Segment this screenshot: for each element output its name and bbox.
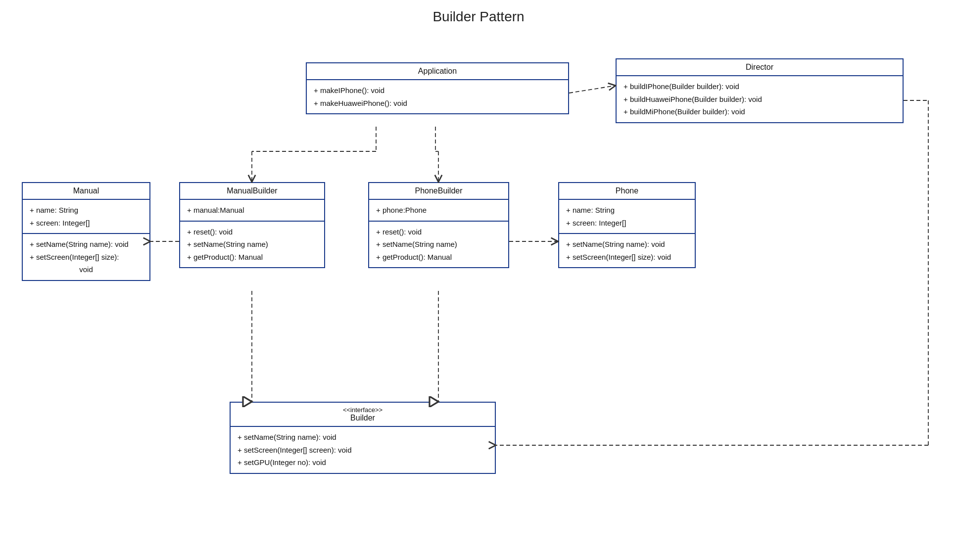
application-title: Application (307, 63, 568, 80)
phone-builder-fields: + phone:Phone (369, 200, 508, 222)
manual-builder-title: ManualBuilder (180, 183, 324, 200)
builder-interface-class: <<interface>> Builder + setName(String n… (230, 402, 496, 474)
manual-builder-methods: + reset(): void + setName(String name) +… (180, 222, 324, 268)
builder-interface-title: <<interface>> Builder (231, 403, 495, 427)
app-to-director-arrow (569, 86, 616, 93)
phone-builder-class: PhoneBuilder + phone:Phone + reset(): vo… (368, 182, 509, 268)
manual-methods: + setName(String name): void + setScreen… (23, 234, 149, 280)
builder-interface-methods: + setName(String name): void + setScreen… (231, 427, 495, 473)
phone-methods: + setName(String name): void + setScreen… (559, 234, 695, 267)
director-title: Director (617, 59, 903, 76)
phone-builder-methods: + reset(): void + setName(String name) +… (369, 222, 508, 268)
application-class: Application + makeIPhone(): void + makeH… (306, 62, 569, 114)
director-class: Director + buildIPhone(Builder builder):… (616, 58, 904, 123)
phone-builder-title: PhoneBuilder (369, 183, 508, 200)
application-methods: + makeIPhone(): void + makeHuaweiPhone()… (307, 80, 568, 113)
diagram-title: Builder Pattern (0, 0, 957, 25)
phone-class: Phone + name: String + screen: Integer[]… (558, 182, 696, 268)
manual-class: Manual + name: String + screen: Integer[… (22, 182, 150, 281)
manual-fields: + name: String + screen: Integer[] (23, 200, 149, 234)
phone-fields: + name: String + screen: Integer[] (559, 200, 695, 234)
director-methods: + buildIPhone(Builder builder): void + b… (617, 76, 903, 122)
manual-title: Manual (23, 183, 149, 200)
manual-builder-class: ManualBuilder + manual:Manual + reset():… (179, 182, 325, 268)
phone-title: Phone (559, 183, 695, 200)
manual-builder-fields: + manual:Manual (180, 200, 324, 222)
